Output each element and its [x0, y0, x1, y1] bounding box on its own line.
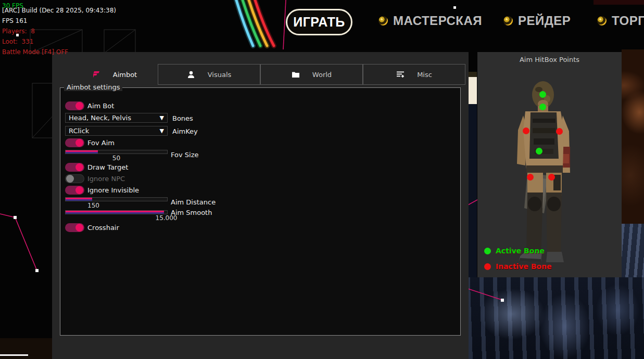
- tab-bar: Aimbot Visuals World: [52, 64, 469, 85]
- hitbox-point-left-shoulder[interactable]: [523, 127, 529, 134]
- background-strip-navy: [468, 104, 477, 277]
- nav-raider-label: РЕЙДЕР: [518, 14, 571, 28]
- slider-fill: [66, 211, 164, 214]
- hud-overlay: 30 FPS [ARC] Build (Dec 28 2025, 09:43:3…: [2, 0, 116, 57]
- coin-icon: [597, 16, 607, 25]
- toggle-knob: [75, 186, 83, 194]
- sliders-icon: [396, 70, 405, 79]
- hud-players: Players: 8: [2, 26, 116, 36]
- inactive-bone-dot: [484, 263, 491, 270]
- tab-world[interactable]: World: [260, 64, 363, 85]
- tab-world-label: World: [312, 71, 332, 79]
- active-bone-dot: [484, 248, 491, 254]
- hud-fps: FPS 161: [2, 16, 116, 26]
- ignore-invisible-toggle[interactable]: [65, 186, 84, 195]
- hud-loot: Loot: 331: [2, 36, 116, 47]
- hitbox-point-right-hip[interactable]: [548, 174, 555, 181]
- aimkey-label: AimKey: [172, 127, 198, 135]
- ignore-npc-label: Ignore NPC: [87, 175, 125, 183]
- fov-size-value: 50: [65, 155, 168, 162]
- fov-size-label: Fov Size: [171, 151, 198, 159]
- play-button[interactable]: ИГРАТЬ: [286, 9, 352, 35]
- aimbot-flag-icon: [92, 70, 100, 79]
- nav-item-workshop[interactable]: МАСТЕРСКАЯ: [378, 14, 482, 28]
- hud-fps-green: 30 FPS: [2, 1, 23, 11]
- aim-distance-slider[interactable]: [65, 197, 168, 201]
- aim-distance-label: Aim Distance: [171, 198, 216, 206]
- background-building-bottom: [469, 277, 644, 359]
- draw-target-toggle[interactable]: [65, 163, 84, 172]
- nav-trade-label: ТОРГО: [612, 14, 644, 28]
- background-strip-cream: [468, 77, 477, 104]
- hitbox-point-right-shoulder[interactable]: [556, 128, 563, 135]
- ignore-invisible-label: Ignore Invisible: [87, 186, 139, 194]
- tab-misc[interactable]: Misc: [363, 64, 465, 85]
- legend-active-bone: Active Bone: [484, 247, 545, 255]
- tab-aimbot-label: Aimbot: [113, 71, 137, 79]
- tab-visuals[interactable]: Visuals: [158, 64, 260, 85]
- aim-hitbox-panel: Aim HitBox Points: [477, 52, 622, 277]
- toggle-knob: [75, 224, 83, 232]
- active-bone-label: Active Bone: [496, 247, 545, 255]
- aim-bot-toggle[interactable]: [65, 101, 84, 110]
- nav-item-raider[interactable]: РЕЙДЕР: [503, 14, 571, 28]
- slider-fill: [66, 150, 98, 153]
- background-bottom-left: [0, 338, 52, 359]
- toggle-knob: [75, 163, 83, 171]
- toggle-knob: [66, 175, 74, 183]
- crosshair-toggle[interactable]: [65, 223, 84, 232]
- toggle-knob: [75, 139, 83, 147]
- cheat-menu-panel: Aimbot Visuals World: [52, 52, 469, 359]
- aim-smooth-slider[interactable]: [65, 210, 168, 214]
- tab-visuals-label: Visuals: [208, 71, 232, 79]
- hitbox-point-neck[interactable]: [539, 104, 546, 110]
- nav-workshop-label: МАСТЕРСКАЯ: [393, 14, 482, 28]
- chevron-down-icon: ▼: [160, 115, 164, 121]
- play-button-label: ИГРАТЬ: [293, 15, 345, 30]
- inactive-bone-label: Inactive Bone: [496, 262, 552, 271]
- person-icon: [187, 70, 195, 79]
- hitbox-point-head[interactable]: [539, 91, 546, 98]
- coin-icon: [503, 16, 513, 25]
- coin-icon: [378, 16, 388, 25]
- tab-aimbot[interactable]: Aimbot: [72, 64, 157, 85]
- fov-size-slider[interactable]: [65, 150, 168, 154]
- aim-smooth-label: Aim Smooth: [171, 209, 212, 216]
- aimbot-settings-title: Aimbot settings: [64, 83, 122, 91]
- slider-fill: [66, 198, 92, 201]
- hitbox-point-left-hip[interactable]: [527, 174, 534, 181]
- legend-inactive-bone: Inactive Bone: [484, 262, 552, 271]
- aimbot-settings-group: Aimbot settings Aim Bot Head, Neck, Pelv…: [60, 87, 461, 336]
- hitbox-point-spine[interactable]: [536, 148, 542, 155]
- tab-misc-label: Misc: [417, 71, 432, 79]
- toggle-knob: [75, 102, 83, 110]
- player-model: [477, 52, 622, 277]
- aimkey-dropdown-value: RClick: [69, 127, 89, 135]
- background-rust-texture: [622, 49, 644, 229]
- background-strip-olive: [468, 72, 477, 77]
- bones-dropdown-value: Head, Neck, Pelvis: [69, 114, 131, 122]
- aim-distance-value: 150: [42, 202, 145, 209]
- ignore-npc-toggle[interactable]: [65, 174, 84, 183]
- hud-battle-mode: Battle Mode [F4] OFF: [2, 47, 116, 57]
- nav-item-trade[interactable]: ТОРГО: [597, 14, 644, 28]
- draw-target-label: Draw Target: [87, 163, 128, 171]
- bones-label: Bones: [172, 114, 193, 122]
- chevron-down-icon: ▼: [160, 128, 164, 134]
- folder-icon: [292, 70, 300, 79]
- crosshair-label: Crosshair: [87, 224, 119, 232]
- fov-aim-label: Fov Aim: [87, 139, 115, 147]
- bones-dropdown[interactable]: Head, Neck, Pelvis ▼: [65, 113, 168, 123]
- aim-bot-label: Aim Bot: [87, 102, 114, 110]
- fov-aim-toggle[interactable]: [65, 138, 84, 147]
- background-top-right: [594, 0, 644, 5]
- aimkey-dropdown[interactable]: RClick ▼: [65, 126, 168, 136]
